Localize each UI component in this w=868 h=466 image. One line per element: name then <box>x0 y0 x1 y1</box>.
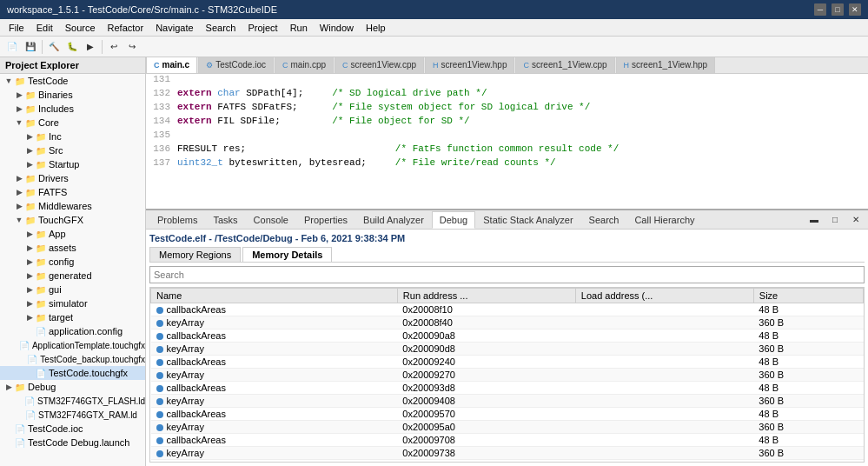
tab-tasks[interactable]: Tasks <box>205 211 245 229</box>
folder-icon: 📁 <box>24 200 36 212</box>
table-row[interactable]: keyArray0x200095a0360 B <box>151 421 864 434</box>
tab-testcode-ioc[interactable]: ⚙ TestCode.ioc <box>198 57 274 73</box>
sidebar-item-middlewares[interactable]: ▶ 📁 Middlewares <box>0 199 145 213</box>
table-row[interactable]: keyArray0x20009408360 B <box>151 395 864 408</box>
table-row[interactable]: keyArray0x20009738360 B <box>151 447 864 460</box>
table-row[interactable]: callbackAreas0x200098a048 B <box>151 460 864 463</box>
sidebar-item-testcode[interactable]: ▼ 📁 TestCode <box>0 74 145 88</box>
expand-arrow: ▶ <box>24 132 35 141</box>
subtab-memory-details[interactable]: Memory Details <box>242 247 332 262</box>
sidebar-item-apptemplate[interactable]: 📄 ApplicationTemplate.touchgfx <box>0 338 145 352</box>
cell-size: 48 B <box>753 356 863 369</box>
sidebar-item-label: generated <box>49 270 92 281</box>
sidebar-item-flash-ld[interactable]: 📄 STM32F746GTX_FLASH.ld <box>0 394 145 408</box>
tab-problems[interactable]: Problems <box>149 211 205 229</box>
sidebar-item-drivers[interactable]: ▶ 📁 Drivers <box>0 171 145 185</box>
redo-button[interactable]: ↪ <box>123 39 141 55</box>
sidebar-item-core[interactable]: ▼ 📁 Core <box>0 116 145 130</box>
search-input[interactable] <box>149 266 865 283</box>
sidebar-item-generated[interactable]: ▶ 📁 generated <box>0 269 145 283</box>
tab-screen1-1view-cpp[interactable]: C screen1_1View.cpp <box>515 57 614 73</box>
menu-window[interactable]: Window <box>315 21 359 35</box>
tab-screen1-1view-hpp[interactable]: H screen1_1View.hpp <box>616 57 716 73</box>
sidebar-item-gui[interactable]: ▶ 📁 gui <box>0 283 145 296</box>
close-button[interactable]: ✕ <box>849 3 861 16</box>
tab-screen1view-cpp[interactable]: C screen1View.cpp <box>335 57 424 73</box>
run-button[interactable]: ▶ <box>82 39 99 55</box>
menu-search[interactable]: Search <box>201 21 242 35</box>
debug-button[interactable]: 🐛 <box>63 39 81 55</box>
minimize-button[interactable]: ─ <box>814 3 826 16</box>
sidebar-item-debug-launch[interactable]: 📄 TestCode Debug.launch <box>0 436 145 449</box>
sidebar-item-config[interactable]: ▶ 📁 config <box>0 255 145 269</box>
folder-icon: 📁 <box>24 89 36 101</box>
sidebar-item-target[interactable]: ▶ 📁 target <box>0 310 145 324</box>
menu-navigate[interactable]: Navigate <box>150 21 198 35</box>
tab-properties[interactable]: Properties <box>296 211 355 229</box>
sidebar-item-fatfs[interactable]: ▶ 📁 FATFS <box>0 185 145 199</box>
tab-console[interactable]: Console <box>246 211 296 229</box>
subtab-memory-regions[interactable]: Memory Regions <box>149 247 241 262</box>
row-dot-icon <box>156 398 163 405</box>
sidebar-item-simulator[interactable]: ▶ 📁 simulator <box>0 296 145 310</box>
toolbar-sep-2 <box>102 40 103 54</box>
build-button[interactable]: 🔨 <box>45 39 63 55</box>
tab-static-stack[interactable]: Static Stack Analyzer <box>475 211 580 229</box>
table-row[interactable]: keyArray0x20009270360 B <box>151 369 864 382</box>
menu-source[interactable]: Source <box>60 21 101 35</box>
table-row[interactable]: keyArray0x20008f40360 B <box>151 316 864 330</box>
sidebar-item-ram-ld[interactable]: 📄 STM32F746GTX_RAM.ld <box>0 408 145 422</box>
close-panel-button[interactable]: ✕ <box>847 212 865 228</box>
tab-main-c[interactable]: C main.c <box>146 57 197 73</box>
sidebar-item-label: TestCode_backup.touchgfx <box>40 355 145 364</box>
sidebar-item-inc[interactable]: ▶ 📁 Inc <box>0 130 145 143</box>
window-controls[interactable]: ─ □ ✕ <box>814 3 861 16</box>
sidebar-item-backup[interactable]: 📄 TestCode_backup.touchgfx <box>0 352 145 366</box>
sidebar-item-app[interactable]: ▶ 📁 App <box>0 227 145 241</box>
menu-edit[interactable]: Edit <box>31 21 58 35</box>
table-row[interactable]: callbackAreas0x200093d848 B <box>151 382 864 395</box>
file-icon: 📄 <box>14 436 26 449</box>
menu-file[interactable]: File <box>3 21 30 35</box>
undo-button[interactable]: ↩ <box>105 39 123 55</box>
menu-help[interactable]: Help <box>361 21 391 35</box>
tab-search[interactable]: Search <box>581 211 627 229</box>
maximize-button[interactable]: □ <box>832 3 844 16</box>
code-line-135: 135 <box>146 130 868 143</box>
minimize-panel-button[interactable]: ▬ <box>805 212 823 228</box>
sidebar-item-includes[interactable]: ▶ 📁 Includes <box>0 102 145 116</box>
sidebar-item-app-config[interactable]: 📄 application.config <box>0 324 145 338</box>
sidebar-item-src[interactable]: ▶ 📁 Src <box>0 143 145 157</box>
sidebar-item-assets[interactable]: ▶ 📁 assets <box>0 241 145 255</box>
sidebar-item-testcode-ioc[interactable]: 📄 TestCode.ioc <box>0 422 145 436</box>
tab-main-cpp[interactable]: C main.cpp <box>275 57 334 73</box>
tab-call-hierarchy[interactable]: Call Hierarchy <box>626 211 702 229</box>
code-editor[interactable]: 131 132 extern char SDPath[4]; /* SD log… <box>146 74 868 209</box>
save-button[interactable]: 💾 <box>22 39 39 55</box>
table-row[interactable]: callbackAreas0x2000957048 B <box>151 408 864 421</box>
new-file-button[interactable]: 📄 <box>3 39 21 55</box>
menu-project[interactable]: Project <box>242 21 282 35</box>
sidebar-item-startup[interactable]: ▶ 📁 Startup <box>0 157 145 171</box>
table-row[interactable]: callbackAreas0x20008f1048 B <box>151 303 864 316</box>
maximize-panel-button[interactable]: □ <box>826 212 844 228</box>
sidebar-item-testcode-touchgfx[interactable]: 📄 TestCode.touchgfx <box>0 366 145 380</box>
sidebar-item-binaries[interactable]: ▶ 📁 Binaries <box>0 88 145 102</box>
table-row[interactable]: callbackAreas0x2000924048 B <box>151 356 864 369</box>
cell-load-address <box>575 434 753 447</box>
menu-refactor[interactable]: Refactor <box>103 21 149 35</box>
menu-run[interactable]: Run <box>285 21 313 35</box>
tab-screen1view-hpp[interactable]: H screen1View.hpp <box>425 57 514 73</box>
table-row[interactable]: keyArray0x200090d8360 B <box>151 343 864 356</box>
table-row[interactable]: callbackAreas0x2000970848 B <box>151 434 864 447</box>
sidebar-item-touchgfx[interactable]: ▼ 📁 TouchGFX <box>0 213 145 227</box>
sidebar-item-label: Binaries <box>38 90 73 100</box>
tab-build-analyzer[interactable]: Build Analyzer <box>355 211 432 229</box>
sidebar-item-label: Drivers <box>38 173 69 183</box>
folder-icon: 📁 <box>35 270 47 282</box>
table-row[interactable]: callbackAreas0x200090a848 B <box>151 330 864 343</box>
tab-debug[interactable]: Debug <box>432 211 475 229</box>
cell-name: keyArray <box>151 316 398 330</box>
folder-icon: 📁 <box>35 311 47 323</box>
sidebar-item-debug[interactable]: ▶ 📁 Debug <box>0 380 145 394</box>
